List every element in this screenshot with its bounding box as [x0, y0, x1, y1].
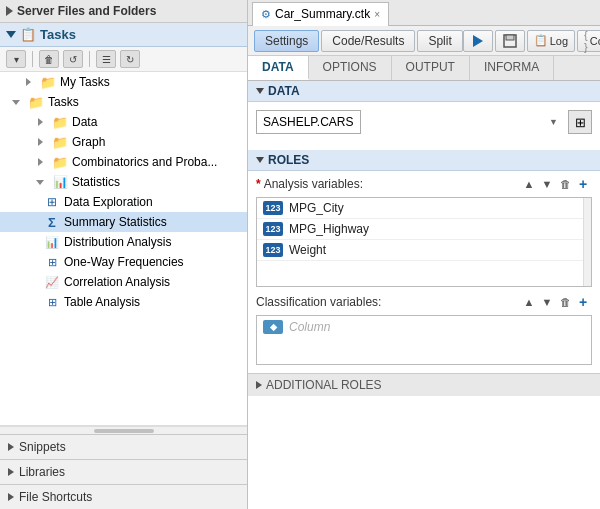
one-way-icon: ⊞: [44, 254, 60, 270]
tree-distribution-analysis[interactable]: 📊 Distribution Analysis: [0, 232, 247, 252]
stats-folder-icon: 📊: [52, 174, 68, 190]
split-btn[interactable]: Split: [417, 30, 462, 52]
settings-btn[interactable]: Settings: [254, 30, 319, 52]
roles-section-header[interactable]: ROLES: [248, 150, 600, 171]
graph-expand-icon: [32, 134, 48, 150]
tree-data-exploration[interactable]: ⊞ Data Exploration: [0, 192, 247, 212]
tasks-expand-icon: [6, 31, 16, 38]
toolbar-sep-2: [89, 51, 90, 67]
mpg-highway-badge: 123: [263, 222, 283, 236]
tree-one-way-label: One-Way Frequencies: [64, 255, 184, 269]
class-delete-btn[interactable]: 🗑: [556, 293, 574, 311]
graph-folder-icon: 📁: [52, 134, 68, 150]
dataset-select-wrapper: SASHELP.CARS: [256, 110, 564, 134]
data-expand-icon: [32, 114, 48, 130]
libraries-label: Libraries: [19, 465, 65, 479]
tasks-tree-label: Tasks: [48, 95, 79, 109]
additional-roles-label: ADDITIONAL ROLES: [266, 378, 382, 392]
tree-data-exploration-label: Data Exploration: [64, 195, 153, 209]
variable-mpg-highway[interactable]: 123 MPG_Highway: [257, 219, 591, 240]
variable-mpg-city[interactable]: 123 MPG_City: [257, 198, 591, 219]
weight-name: Weight: [289, 243, 326, 257]
snippets-section[interactable]: Snippets: [0, 434, 247, 459]
code-btn[interactable]: { } Code: [577, 30, 600, 52]
tab-bar: ⚙ Car_Summary.ctk ×: [248, 0, 600, 26]
toolbar-layout-btn[interactable]: ☰: [96, 50, 116, 68]
data-section-header[interactable]: DATA: [248, 81, 600, 102]
variable-weight[interactable]: 123 Weight: [257, 240, 591, 261]
svg-marker-0: [473, 35, 483, 47]
tree-one-way-freq[interactable]: ⊞ One-Way Frequencies: [0, 252, 247, 272]
data-section: SASHELP.CARS ⊞: [248, 102, 600, 150]
server-files-header[interactable]: Server Files and Folders: [0, 0, 247, 23]
analysis-required-marker: *: [256, 177, 261, 191]
toolbar-dropdown-btn[interactable]: ▾: [6, 50, 26, 68]
toolbar-row: Settings Code/Results Split 📋 Log { } Co…: [248, 26, 600, 56]
tree-container: 📁 My Tasks 📁 Tasks 📁 Data 📁 Graph 📁: [0, 72, 247, 426]
roles-section-label: ROLES: [268, 153, 309, 167]
variable-list-scrollbar[interactable]: [583, 198, 591, 286]
tab-output[interactable]: OUTPUT: [392, 56, 470, 80]
class-move-down-btn[interactable]: ▼: [538, 293, 556, 311]
tree-comb-label: Combinatorics and Proba...: [72, 155, 217, 169]
table-analysis-icon: ⊞: [44, 294, 60, 310]
tasks-header[interactable]: 📋 Tasks: [0, 23, 247, 47]
dataset-grid-btn[interactable]: ⊞: [568, 110, 592, 134]
class-add-btn[interactable]: +: [574, 293, 592, 311]
tree-table-analysis[interactable]: ⊞ Table Analysis: [0, 292, 247, 312]
classification-variables-section: Classification variables: ▲ ▼ 🗑 + ◆ Colu…: [248, 289, 600, 365]
tree-combinatorics[interactable]: 📁 Combinatorics and Proba...: [0, 152, 247, 172]
roles-section-expand-icon: [256, 157, 264, 163]
tree-graph[interactable]: 📁 Graph: [0, 132, 247, 152]
log-btn[interactable]: 📋 Log: [527, 30, 575, 52]
run-icon-btn[interactable]: [463, 30, 493, 52]
analysis-delete-btn[interactable]: 🗑: [556, 175, 574, 193]
tree-table-label: Table Analysis: [64, 295, 140, 309]
toolbar-refresh-btn[interactable]: ↺: [63, 50, 83, 68]
my-tasks-folder-icon: 📁: [40, 74, 56, 90]
analysis-move-down-btn[interactable]: ▼: [538, 175, 556, 193]
car-summary-tab[interactable]: ⚙ Car_Summary.ctk ×: [252, 2, 389, 26]
additional-roles[interactable]: ADDITIONAL ROLES: [248, 373, 600, 396]
tree-scroll-bar[interactable]: [0, 426, 247, 434]
code-results-btn[interactable]: Code/Results: [321, 30, 415, 52]
right-panel: ⚙ Car_Summary.ctk × Settings Code/Result…: [248, 0, 600, 509]
tree-summary-statistics-label: Summary Statistics: [64, 215, 167, 229]
mpg-city-name: MPG_City: [289, 201, 344, 215]
class-badge: ◆: [263, 320, 283, 334]
tree-data-label: Data: [72, 115, 97, 129]
file-shortcuts-label: File Shortcuts: [19, 490, 92, 504]
dist-analysis-icon: 📊: [44, 234, 60, 250]
tree-tasks[interactable]: 📁 Tasks: [0, 92, 247, 112]
additional-roles-expand-icon: [256, 381, 262, 389]
tree-correlation-label: Correlation Analysis: [64, 275, 170, 289]
analysis-move-up-btn[interactable]: ▲: [520, 175, 538, 193]
dataset-select[interactable]: SASHELP.CARS: [256, 110, 361, 134]
toolbar-history-btn[interactable]: ↻: [120, 50, 140, 68]
analysis-variables-section: * Analysis variables: ▲ ▼ 🗑 + 123 MPG_Ci…: [248, 171, 600, 287]
file-shortcuts-section[interactable]: File Shortcuts: [0, 484, 247, 509]
libraries-section[interactable]: Libraries: [0, 459, 247, 484]
tree-summary-statistics[interactable]: Σ Summary Statistics: [0, 212, 247, 232]
tree-my-tasks[interactable]: 📁 My Tasks: [0, 72, 247, 92]
save-icon-btn[interactable]: [495, 30, 525, 52]
comb-expand-icon: [32, 154, 48, 170]
bottom-sections: Snippets Libraries File Shortcuts: [0, 434, 247, 509]
tab-information[interactable]: INFORMA: [470, 56, 554, 80]
analysis-add-btn[interactable]: +: [574, 175, 592, 193]
classification-var-label: Classification variables:: [256, 295, 381, 309]
tree-correlation[interactable]: 📈 Correlation Analysis: [0, 272, 247, 292]
svg-rect-2: [506, 35, 514, 40]
tab-options[interactable]: OPTIONS: [309, 56, 392, 80]
toolbar-delete-btn[interactable]: 🗑: [39, 50, 59, 68]
tab-data[interactable]: DATA: [248, 56, 309, 80]
class-move-up-btn[interactable]: ▲: [520, 293, 538, 311]
data-exp-icon: ⊞: [44, 194, 60, 210]
data-section-label: DATA: [268, 84, 300, 98]
tree-statistics[interactable]: 📊 Statistics: [0, 172, 247, 192]
tree-data[interactable]: 📁 Data: [0, 112, 247, 132]
tab-close-btn[interactable]: ×: [374, 9, 380, 20]
main-btn-group: Settings Code/Results Split: [254, 30, 463, 52]
dataset-row: SASHELP.CARS ⊞: [256, 110, 592, 134]
server-files-label: Server Files and Folders: [17, 4, 156, 18]
